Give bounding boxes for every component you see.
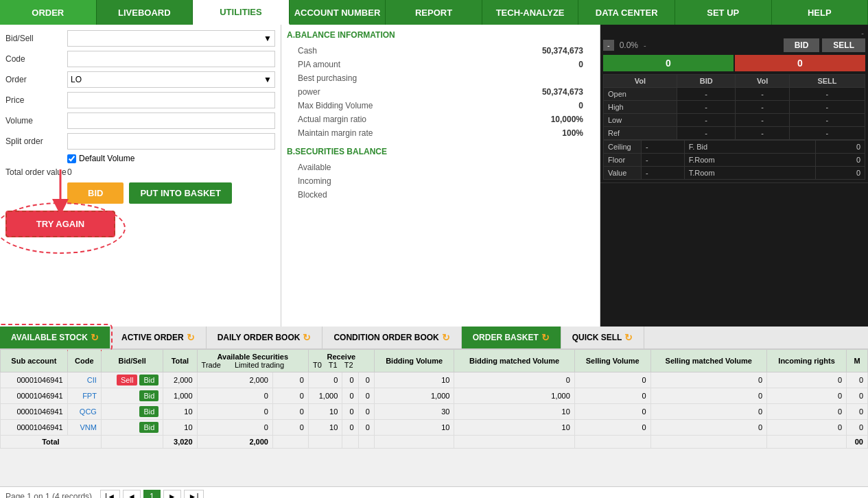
code-link[interactable]: QCG	[80, 407, 97, 416]
cell-t2: 0	[358, 372, 374, 388]
best-purchasing-row: Best purchasing	[287, 71, 594, 85]
cell-t0: 10	[308, 404, 342, 420]
available-stock-label: AVAILABLE STOCK	[11, 333, 88, 342]
cell-avail-trade: 0	[197, 420, 272, 436]
bid-price: 0	[603, 55, 734, 71]
split-order-input[interactable]	[67, 133, 275, 150]
power-label: power	[298, 87, 320, 97]
vol-sell-header: Vol	[736, 75, 789, 88]
cell-t1: 0	[342, 404, 358, 420]
actual-margin-row: Actual margin ratio 10,000%	[287, 112, 594, 126]
sell-row-button[interactable]: Sell	[117, 375, 137, 386]
th-total: Total	[163, 350, 197, 372]
cell-t1: 0	[342, 388, 358, 404]
bid-row-button[interactable]: Bid	[139, 390, 159, 401]
order-type-select[interactable]: LO▼	[67, 71, 275, 88]
cell-bid-matched: 10	[454, 420, 574, 436]
cell-total: 2,000	[163, 372, 197, 388]
cell-m: 0	[847, 372, 868, 388]
code-input[interactable]	[67, 51, 275, 67]
high-row: High ---	[604, 101, 865, 114]
available-stock-refresh-icon[interactable]: ↻	[91, 332, 99, 343]
action-buttons: BID PUT INTO BASKET	[67, 182, 275, 204]
cell-bid-matched: 1,000	[454, 388, 574, 404]
max-bid-vol-value: 0	[578, 101, 583, 110]
order-basket-refresh-icon[interactable]: ↻	[541, 332, 550, 343]
cell-t0: 1,000	[308, 388, 342, 404]
cell-avail-limited: 0	[272, 420, 308, 436]
tab-available-stock[interactable]: AVAILABLE STOCK ↻	[0, 327, 110, 348]
tab-condition-order-book[interactable]: CONDITION ORDER BOOK ↻	[322, 327, 461, 348]
tab-active-order[interactable]: ACTIVE ORDER ↻	[110, 327, 207, 348]
volume-row: Volume	[5, 112, 275, 129]
nav-order[interactable]: ORDER	[0, 0, 97, 25]
th-bidding-matched: Bidding matched Volume	[454, 350, 574, 372]
total-avail-trade: 2,000	[197, 436, 272, 449]
actual-margin-value: 10,000%	[551, 115, 583, 124]
cell-avail-trade: 2,000	[197, 372, 272, 388]
cell-sub-account: 00001046941	[1, 420, 68, 436]
cell-t1: 0	[342, 372, 358, 388]
cell-bid-vol: 10	[374, 420, 454, 436]
nav-liveboard[interactable]: LIVEBOARD	[97, 0, 193, 25]
nav-utilities[interactable]: UTILITIES	[193, 0, 290, 25]
nav-tech-analyze[interactable]: TECH-ANALYZE	[482, 0, 579, 25]
pia-row: PIA amount 0	[287, 58, 594, 71]
prev-page-button[interactable]: ◄	[123, 490, 141, 498]
cell-code: CII	[67, 372, 101, 388]
th-sub-account: Sub account	[1, 350, 68, 372]
balance-section-b-title: B.SECURITIES BALANCE	[287, 147, 594, 156]
bid-tab[interactable]: BID	[784, 38, 820, 52]
cell-actions: Bid	[101, 388, 163, 404]
bid-row-button[interactable]: Bid	[139, 375, 159, 386]
code-link[interactable]: FPT	[82, 392, 97, 400]
put-into-basket-button[interactable]: PUT INTO BASKET	[129, 182, 232, 204]
next-page-button[interactable]: ►	[163, 490, 181, 498]
tab-daily-order-book[interactable]: DAILY ORDER BOOK ↻	[207, 327, 323, 348]
default-volume-row: Default Volume	[67, 154, 275, 163]
cell-sell-matched: 0	[650, 420, 766, 436]
active-order-refresh-icon[interactable]: ↻	[187, 332, 195, 343]
nav-bar: ORDER LIVEBOARD UTILITIES ACCOUNT NUMBER…	[0, 0, 868, 25]
nav-data-center[interactable]: DATA CENTER	[578, 0, 675, 25]
pagination-bar: Page 1 on 1 (4 records) |◄ ◄ 1 ► ►|	[0, 486, 868, 498]
bid-row-button[interactable]: Bid	[139, 422, 159, 433]
cell-t1: 0	[342, 420, 358, 436]
split-order-label: Split order	[5, 137, 67, 146]
nav-report[interactable]: REPORT	[386, 0, 482, 25]
nav-set-up[interactable]: SET UP	[675, 0, 772, 25]
nav-help[interactable]: HELP	[772, 0, 869, 25]
condition-order-book-refresh-icon[interactable]: ↻	[442, 332, 450, 343]
bottom-section: AVAILABLE STOCK ↻ ACTIVE ORDER ↻ DAILY O…	[0, 327, 868, 498]
bid-row-button[interactable]: Bid	[139, 406, 159, 417]
cell-actions: Bid	[101, 420, 163, 436]
volume-input[interactable]	[67, 112, 275, 129]
price-input[interactable]	[67, 92, 275, 108]
last-page-button[interactable]: ►|	[184, 490, 204, 498]
cell-sub-account: 00001046941	[1, 372, 68, 388]
default-volume-label: Default Volume	[79, 154, 134, 163]
order-basket-label: ORDER BASKET	[473, 333, 539, 342]
quick-sell-refresh-icon[interactable]: ↻	[624, 332, 633, 343]
first-page-button[interactable]: |◄	[100, 490, 120, 498]
sell-tab[interactable]: SELL	[822, 38, 865, 52]
th-code: Code	[67, 350, 101, 372]
code-link[interactable]: VNM	[80, 423, 96, 431]
cell-bid-vol: 30	[374, 404, 454, 420]
data-table: Sub account Code Bid/Sell Total Availabl…	[0, 349, 868, 449]
condition-order-book-label: CONDITION ORDER BOOK	[333, 333, 438, 342]
daily-order-book-label: DAILY ORDER BOOK	[218, 333, 301, 342]
tab-order-basket[interactable]: ORDER BASKET ↻	[462, 327, 561, 348]
available-label: Available	[298, 163, 331, 172]
bid-sell-select[interactable]: ▼	[67, 30, 275, 47]
minus-button[interactable]: -	[603, 40, 614, 51]
daily-order-book-refresh-icon[interactable]: ↻	[303, 332, 311, 343]
th-receive: ReceiveT0T1T2	[308, 350, 374, 372]
tab-quick-sell[interactable]: QUICK SELL ↻	[561, 327, 645, 348]
bid-sell-label: Bid/Sell	[5, 34, 67, 43]
default-volume-checkbox[interactable]	[67, 154, 76, 163]
code-link[interactable]: CII	[87, 376, 97, 384]
maintain-margin-label: Maintain margin rate	[298, 128, 373, 138]
open-row: Open ---	[604, 88, 865, 101]
nav-account-number[interactable]: ACCOUNT NUMBER	[290, 0, 386, 25]
